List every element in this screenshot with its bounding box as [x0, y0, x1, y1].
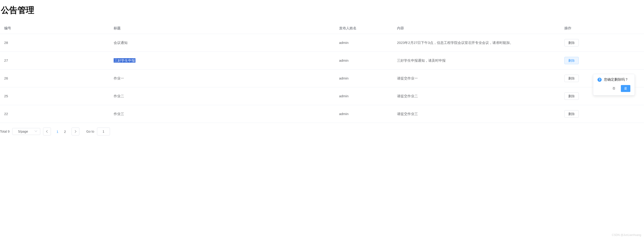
- page-size-select[interactable]: 5/page: [12, 128, 40, 135]
- pagination-total: Total 9: [0, 130, 10, 133]
- cell-publisher: admin: [335, 70, 393, 87]
- prev-page-button[interactable]: [43, 127, 51, 135]
- column-header-action: 操作: [560, 23, 644, 34]
- cell-title: 作业三: [110, 105, 335, 123]
- cell-id: 25: [0, 87, 110, 105]
- cell-content: 请提交作业二: [393, 87, 560, 105]
- delete-button[interactable]: 删除: [564, 75, 579, 82]
- cell-publisher: admin: [335, 52, 393, 70]
- page-number-1[interactable]: 1: [54, 130, 61, 133]
- question-icon: ?: [598, 78, 602, 82]
- table-row: 27三好学生申报admin三好学生申报通知，请及时申报删除: [0, 52, 644, 70]
- cell-title: 作业二: [110, 87, 335, 105]
- table-row: 28会议通知admin2023年2月27日下午3点，信息工程学院会议室召开专业会…: [0, 34, 644, 52]
- page-number-2[interactable]: 2: [61, 130, 68, 133]
- cell-title: 会议通知: [110, 34, 335, 52]
- column-header-id: 编号: [0, 23, 110, 34]
- table-row: 22作业三admin请提交作业三删除: [0, 105, 644, 123]
- goto-page-input[interactable]: [97, 127, 110, 135]
- cell-content: 请提交作业三: [393, 105, 560, 123]
- cell-publisher: admin: [335, 34, 393, 52]
- cell-title: 作业一: [110, 70, 335, 87]
- column-header-title: 标题: [110, 23, 335, 34]
- confirm-message: 您确定删除吗？: [604, 77, 628, 82]
- delete-button[interactable]: 删除: [564, 57, 579, 64]
- cell-action: 删除: [560, 52, 644, 70]
- cell-action: 删除: [560, 34, 644, 52]
- cell-id: 27: [0, 52, 110, 70]
- pagination-bar: Total 9 5/page 12 Go to: [0, 123, 644, 140]
- table-row: 26作业一admin请提交作业一删除: [0, 70, 644, 87]
- cell-id: 26: [0, 70, 110, 87]
- delete-button[interactable]: 删除: [564, 92, 579, 100]
- announcement-table: 编号 标题 发布人姓名 内容 操作 28会议通知admin2023年2月27日下…: [0, 23, 644, 123]
- cell-id: 22: [0, 105, 110, 123]
- chevron-right-icon: [74, 130, 76, 133]
- page-size-label: 5/page: [18, 130, 28, 133]
- table-row: 25作业二admin请提交作业二删除: [0, 87, 644, 105]
- cell-publisher: admin: [335, 105, 393, 123]
- cell-id: 28: [0, 34, 110, 52]
- delete-button[interactable]: 删除: [564, 39, 579, 46]
- table-header-row: 编号 标题 发布人姓名 内容 操作: [0, 23, 644, 34]
- column-header-publisher: 发布人姓名: [335, 23, 393, 34]
- chevron-left-icon: [46, 130, 48, 133]
- next-page-button[interactable]: [72, 127, 80, 135]
- goto-label: Go to: [86, 130, 94, 133]
- cell-content: 2023年2月27日下午3点，信息工程学院会议室召开专业会议，请准时能加。: [393, 34, 560, 52]
- page-title: 公告管理: [0, 0, 644, 23]
- cell-publisher: admin: [335, 87, 393, 105]
- cell-title: 三好学生申报: [110, 52, 335, 70]
- cell-content: 三好学生申报通知，请及时申报: [393, 52, 560, 70]
- chevron-down-icon: [35, 130, 38, 133]
- confirm-yes-button[interactable]: 是: [621, 85, 630, 92]
- column-header-content: 内容: [393, 23, 560, 34]
- delete-confirm-popover: ? 您确定删除吗？ 否 是: [593, 74, 635, 96]
- cell-content: 请提交作业一: [393, 70, 560, 87]
- cell-action: 删除: [560, 105, 644, 123]
- confirm-no-button[interactable]: 否: [609, 85, 618, 92]
- delete-button[interactable]: 删除: [564, 110, 579, 118]
